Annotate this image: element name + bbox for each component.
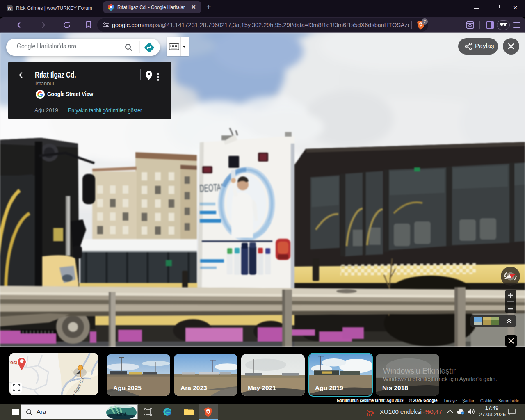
svg-text:i: i [462, 412, 463, 415]
svg-text:esi: esi [10, 359, 18, 365]
